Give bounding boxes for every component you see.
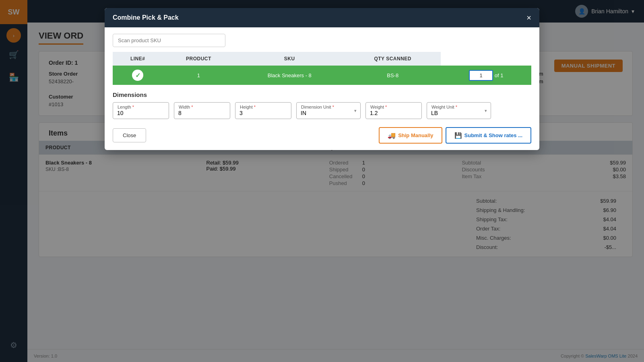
modal-footer: Close 🚚 Ship Manually 💾 Submit & Show ra… <box>113 124 531 144</box>
col-modal-product: PRODUCT <box>163 52 234 66</box>
truck-icon: 🚚 <box>388 132 396 139</box>
weight-unit-field: Weight Unit * LB KG ▾ <box>427 102 491 119</box>
width-label: Width * <box>178 105 194 109</box>
dimensions-title: Dimensions <box>113 91 531 98</box>
check-icon: ✓ <box>132 70 143 81</box>
col-qty-scanned: QTY SCANNED <box>345 52 441 66</box>
height-field: Height * <box>235 102 291 119</box>
weight-label: Weight * <box>369 105 388 109</box>
modal-row-qty: of 1 <box>441 66 531 85</box>
modal: Combine Pick & Pack × LINE# PRODUCT SKU … <box>105 8 539 150</box>
width-field: Width * <box>174 102 230 119</box>
modal-close-button[interactable]: × <box>526 14 531 22</box>
modal-title: Combine Pick & Pack <box>113 14 179 21</box>
ship-manually-button[interactable]: 🚚 Ship Manually <box>379 127 442 144</box>
weight-field: Weight * <box>365 102 422 119</box>
modal-scan-table: LINE# PRODUCT SKU QTY SCANNED ✓ 1 Black … <box>113 52 531 85</box>
sku-scan-input[interactable] <box>113 34 225 47</box>
modal-body: LINE# PRODUCT SKU QTY SCANNED ✓ 1 Black … <box>105 27 539 150</box>
weight-unit-label: Weight Unit * <box>431 105 458 109</box>
length-field: Length * <box>113 102 169 119</box>
modal-action-buttons: 🚚 Ship Manually 💾 Submit & Show rates ..… <box>379 127 531 144</box>
scanned-table-row: ✓ 1 Black Sneakers - 8 BS-8 of 1 <box>113 66 531 85</box>
qty-scanned-field[interactable] <box>469 70 493 81</box>
height-label: Height * <box>239 105 256 109</box>
close-button[interactable]: Close <box>113 128 146 142</box>
save-icon: 💾 <box>454 132 462 139</box>
dim-unit-field: Dimension Unit * IN CM ▾ <box>296 102 361 119</box>
modal-row-sku: BS-8 <box>345 66 441 85</box>
length-label: Length * <box>117 105 135 109</box>
dim-unit-label: Dimension Unit * <box>300 105 335 109</box>
dimensions-grid: Length * Width * Height * <box>113 102 531 119</box>
col-modal-sku: SKU <box>235 52 345 66</box>
modal-header: Combine Pick & Pack × <box>105 8 539 27</box>
col-line: LINE# <box>113 52 163 66</box>
modal-overlay: Combine Pick & Pack × LINE# PRODUCT SKU … <box>0 0 644 362</box>
submit-show-rates-button[interactable]: 💾 Submit & Show rates ... <box>446 127 531 144</box>
modal-row-line: 1 <box>163 66 234 85</box>
dimensions-section: Dimensions Length * Width * <box>113 91 531 119</box>
modal-row-product: Black Sneakers - 8 <box>235 66 345 85</box>
